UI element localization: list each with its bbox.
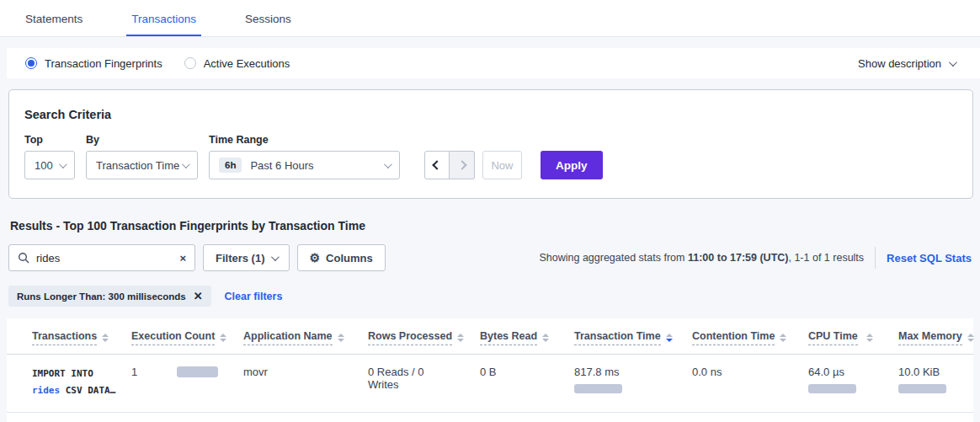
time-range-arrows (424, 151, 475, 179)
chevron-down-icon (59, 160, 67, 168)
stats-suffix: , 1-1 of 1 results (788, 252, 864, 264)
sort-icon-active[interactable] (666, 334, 673, 342)
radio-transaction-fingerprints[interactable]: Transaction Fingerprints (25, 57, 162, 70)
chevron-down-icon (182, 160, 190, 168)
metric-bar (808, 384, 856, 393)
time-range-label: Time Range (209, 134, 400, 146)
sort-icon[interactable] (457, 334, 464, 342)
filters-button[interactable]: Filters (1) (203, 244, 290, 271)
view-toggle-strip: Transaction Fingerprints Active Executio… (7, 48, 980, 78)
results-heading: Results - Top 100 Transaction Fingerprin… (10, 219, 980, 232)
metric-bar (898, 384, 946, 393)
sort-icon[interactable] (866, 334, 873, 342)
by-select-group: By Transaction Time (86, 134, 198, 179)
aggregated-stats-text: Showing aggregated stats from 11:00 to 1… (539, 247, 972, 269)
transaction-fingerprint-link[interactable]: IMPORT INTO rides CSV DATA… (32, 366, 106, 399)
show-description-label: Show description (858, 57, 941, 70)
columns-button-label: Columns (326, 252, 373, 264)
sort-icon[interactable] (102, 334, 109, 342)
cell-max-memory: 10.0 KiB (873, 355, 973, 413)
reset-sql-stats-link[interactable]: Reset SQL Stats (887, 252, 972, 264)
metric-bar (574, 384, 622, 393)
chevron-down-icon (384, 160, 392, 168)
cell-rows-processed: 0 Reads / 0 Writes (343, 355, 455, 413)
time-range-select[interactable]: 6h Past 6 Hours (209, 151, 400, 179)
radio-label: Active Executions (204, 57, 290, 70)
top-label: Top (24, 134, 75, 146)
search-criteria-card: Search Criteria Top 100 By Transaction T… (8, 89, 973, 199)
sort-icon[interactable] (220, 334, 226, 342)
cell-contention-time: 0.0 ns (667, 355, 783, 413)
cell-transaction: IMPORT INTO rides CSV DATA… (7, 355, 106, 413)
cell-transaction-time: 817.8 ms (549, 355, 667, 413)
top-tab-bar: Statements Transactions Sessions (0, 0, 980, 37)
by-label: By (86, 134, 198, 146)
col-header-max-memory[interactable]: Max Memory (873, 318, 973, 355)
by-select-value: Transaction Time (96, 159, 179, 172)
col-header-transaction-time[interactable]: Transaction Time (549, 318, 667, 355)
active-filters-row: Runs Longer Than: 300 milliseconds ✕ Cle… (8, 286, 980, 307)
filters-button-label: Filters (1) (216, 252, 265, 264)
sort-icon[interactable] (338, 334, 344, 342)
by-select[interactable]: Transaction Time (86, 151, 198, 179)
apply-button[interactable]: Apply (541, 151, 603, 179)
chevron-down-icon (270, 253, 279, 261)
divider (875, 247, 876, 269)
top-select[interactable]: 100 (24, 151, 75, 179)
transactions-table: Transactions Execution Count Application… (7, 318, 973, 413)
chevron-down-icon (949, 58, 957, 67)
col-header-rows-processed[interactable]: Rows Processed (343, 318, 455, 355)
now-button[interactable]: Now (482, 151, 522, 179)
tab-sessions[interactable]: Sessions (240, 0, 296, 36)
cell-bytes-read: 0 B (455, 355, 549, 413)
radio-label: Transaction Fingerprints (45, 57, 162, 70)
clear-search-icon[interactable]: × (179, 253, 186, 264)
time-range-value: Past 6 Hours (250, 159, 313, 172)
filter-chip[interactable]: Runs Longer Than: 300 milliseconds ✕ (8, 286, 211, 307)
col-header-application-name[interactable]: Application Name (218, 318, 343, 355)
table-header-row: Transactions Execution Count Application… (7, 318, 973, 355)
tab-statements[interactable]: Statements (20, 0, 88, 36)
stats-prefix: Showing aggregated stats from (539, 252, 688, 264)
gear-icon: ⚙ (310, 252, 321, 264)
search-icon (18, 252, 29, 264)
columns-button[interactable]: ⚙ Columns (297, 244, 386, 271)
results-table-card: Transactions Execution Count Application… (7, 318, 973, 422)
transactions-page: Statements Transactions Sessions Transac… (0, 0, 980, 422)
col-header-bytes-read[interactable]: Bytes Read (455, 318, 549, 355)
filter-chip-label: Runs Longer Than: 300 milliseconds (17, 291, 186, 302)
results-search-box: × (8, 244, 195, 271)
cell-cpu-time: 64.0 µs (783, 355, 873, 413)
metric-bar (177, 366, 218, 377)
time-range-next-button[interactable] (450, 151, 475, 179)
top-select-value: 100 (35, 159, 53, 172)
radio-unselected-icon (184, 57, 196, 69)
chevron-left-icon (432, 160, 441, 169)
radio-active-executions[interactable]: Active Executions (184, 57, 290, 70)
radio-selected-icon (25, 57, 37, 69)
sort-icon[interactable] (780, 334, 786, 342)
remove-filter-icon[interactable]: ✕ (194, 291, 203, 302)
search-match-highlight: rides (32, 385, 60, 396)
search-criteria-title: Search Criteria (24, 108, 957, 121)
time-range-select-group: Time Range 6h Past 6 Hours (209, 134, 400, 179)
cell-execution-count: 1 (106, 355, 218, 413)
clear-filters-link[interactable]: Clear filters (225, 291, 283, 302)
col-header-contention-time[interactable]: Contention Time (667, 318, 783, 355)
col-header-cpu-time[interactable]: CPU Time (783, 318, 873, 355)
sort-icon[interactable] (967, 334, 974, 342)
stats-range: 11:00 to 17:59 (UTC) (688, 252, 788, 264)
cell-application-name: movr (218, 355, 343, 413)
col-header-transactions[interactable]: Transactions (7, 318, 106, 355)
results-controls: × Filters (1) ⚙ Columns Showing aggregat… (8, 244, 972, 271)
table-row: IMPORT INTO rides CSV DATA… 1 movr (7, 355, 973, 413)
top-select-group: Top 100 (24, 134, 75, 179)
col-header-execution-count[interactable]: Execution Count (106, 318, 218, 355)
time-range-badge: 6h (219, 158, 242, 173)
time-range-prev-button[interactable] (424, 151, 450, 179)
search-input[interactable] (36, 252, 179, 264)
chevron-right-icon (457, 160, 466, 169)
sort-icon[interactable] (542, 334, 549, 342)
show-description-toggle[interactable]: Show description (858, 57, 955, 70)
tab-transactions[interactable]: Transactions (126, 0, 201, 36)
